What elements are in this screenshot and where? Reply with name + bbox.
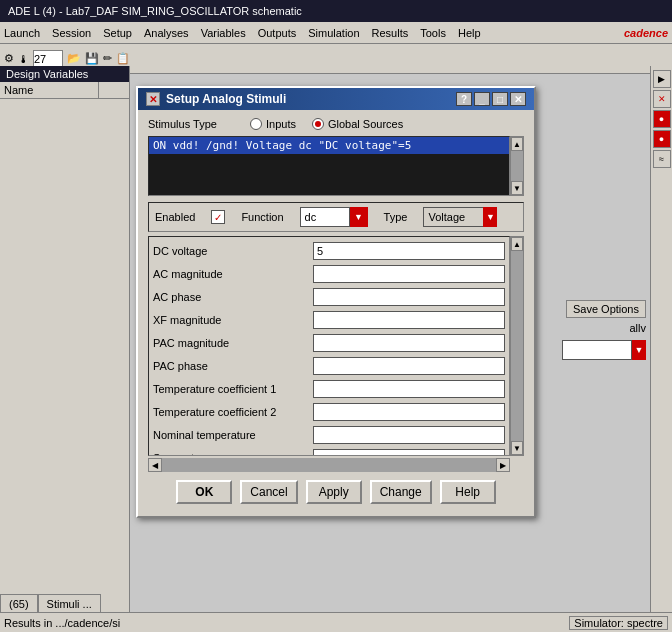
params-wrapper: DC voltage AC magnitude AC phase: [148, 236, 524, 456]
change-button[interactable]: Change: [370, 480, 432, 504]
param-row-ac-phase: AC phase: [153, 287, 505, 307]
app-title: ADE L (4) - Lab7_DAF SIM_RING_OSCILLATOR…: [8, 5, 302, 17]
param-row-temp-coeff-2: Temperature coefficient 2: [153, 402, 505, 422]
radio-inputs[interactable]: Inputs: [250, 118, 296, 130]
params-scroll-up[interactable]: ▲: [511, 237, 523, 251]
function-dropdown[interactable]: dc: [300, 207, 350, 227]
dialog-x-icon: ✕: [146, 92, 160, 106]
param-input-ac-phase[interactable]: [313, 288, 505, 306]
param-label-temp-coeff-2: Temperature coefficient 2: [153, 406, 313, 418]
params-scroll-down[interactable]: ▼: [511, 441, 523, 455]
menu-setup[interactable]: Setup: [103, 27, 132, 39]
param-input-source-type[interactable]: [313, 449, 505, 456]
toolbar-icon-6[interactable]: 📋: [116, 52, 130, 65]
params-scroll-track: [511, 251, 523, 441]
list-scroll-down[interactable]: ▼: [511, 181, 523, 195]
stimulus-type-row: Stimulus Type Inputs Global Sources: [148, 118, 524, 130]
title-bar: ADE L (4) - Lab7_DAF SIM_RING_OSCILLATOR…: [0, 0, 672, 22]
param-label-ac-magnitude: AC magnitude: [153, 268, 313, 280]
param-row-pac-magnitude: PAC magnitude: [153, 333, 505, 353]
type-dropdown[interactable]: Voltage: [423, 207, 483, 227]
list-vscrollbar: ▲ ▼: [510, 136, 524, 196]
menu-results[interactable]: Results: [372, 27, 409, 39]
param-row-nominal-temp: Nominal temperature: [153, 425, 505, 445]
radio-global-sources-circle[interactable]: [312, 118, 324, 130]
dialog-overlay: ✕ Setup Analog Stimuli ? _ □ ✕ Stimulus …: [0, 66, 672, 632]
function-label: Function: [241, 211, 283, 223]
zoom-input[interactable]: [33, 50, 63, 68]
dialog-min-btn[interactable]: _: [474, 92, 490, 106]
param-input-xf-magnitude[interactable]: [313, 311, 505, 329]
menu-simulation[interactable]: Simulation: [308, 27, 359, 39]
toolbar-icon-5[interactable]: ✏: [103, 52, 112, 65]
param-input-dc-voltage[interactable]: [313, 242, 505, 260]
param-input-ac-magnitude[interactable]: [313, 265, 505, 283]
type-value: Voltage: [428, 211, 465, 223]
menu-outputs[interactable]: Outputs: [258, 27, 297, 39]
menu-help[interactable]: Help: [458, 27, 481, 39]
param-input-pac-phase[interactable]: [313, 357, 505, 375]
function-dropdown-btn[interactable]: ▼: [350, 207, 368, 227]
h-scroll-track: [162, 458, 496, 472]
cancel-button[interactable]: Cancel: [240, 480, 297, 504]
h-scroll-left[interactable]: ◀: [148, 458, 162, 472]
app-background: ADE L (4) - Lab7_DAF SIM_RING_OSCILLATOR…: [0, 0, 672, 632]
menu-launch[interactable]: Launch: [4, 27, 40, 39]
cadence-logo: cadence: [624, 27, 668, 39]
dialog-body: Stimulus Type Inputs Global Sources: [138, 110, 534, 516]
param-label-temp-coeff-1: Temperature coefficient 1: [153, 383, 313, 395]
function-dropdown-arrow: ▼: [354, 212, 363, 222]
param-label-source-type: Source type: [153, 452, 313, 456]
list-scroll-up[interactable]: ▲: [511, 137, 523, 151]
param-label-pac-phase: PAC phase: [153, 360, 313, 372]
toolbar-icon-3[interactable]: 📂: [67, 52, 81, 65]
menu-variables[interactable]: Variables: [201, 27, 246, 39]
dialog-title-bar: ✕ Setup Analog Stimuli ? _ □ ✕: [138, 88, 534, 110]
function-value: dc: [305, 211, 317, 223]
radio-global-sources[interactable]: Global Sources: [312, 118, 403, 130]
help-button[interactable]: Help: [440, 480, 496, 504]
toolbar-icon-1[interactable]: ⚙: [4, 52, 14, 65]
apply-button[interactable]: Apply: [306, 480, 362, 504]
menu-tools[interactable]: Tools: [420, 27, 446, 39]
param-label-xf-magnitude: XF magnitude: [153, 314, 313, 326]
param-input-pac-magnitude[interactable]: [313, 334, 505, 352]
type-dropdown-arrow: ▼: [486, 212, 495, 222]
param-label-dc-voltage: DC voltage: [153, 245, 313, 257]
ok-button[interactable]: OK: [176, 480, 232, 504]
h-scroll-right[interactable]: ▶: [496, 458, 510, 472]
radio-inputs-circle[interactable]: [250, 118, 262, 130]
param-input-temp-coeff-2[interactable]: [313, 403, 505, 421]
type-dropdown-btn[interactable]: ▼: [483, 207, 497, 227]
param-row-pac-phase: PAC phase: [153, 356, 505, 376]
param-row-temp-coeff-1: Temperature coefficient 1: [153, 379, 505, 399]
type-dropdown-wrapper: Voltage ▼: [423, 207, 497, 227]
menu-analyses[interactable]: Analyses: [144, 27, 189, 39]
type-label: Type: [384, 211, 408, 223]
enabled-checkbox[interactable]: ✓: [211, 210, 225, 224]
toolbar-icon-4[interactable]: 💾: [85, 52, 99, 65]
menu-bar: Launch Session Setup Analyses Variables …: [0, 22, 672, 44]
enabled-label: Enabled: [155, 211, 195, 223]
toolbar-icon-2[interactable]: 🌡: [18, 53, 29, 65]
param-label-ac-phase: AC phase: [153, 291, 313, 303]
list-row-1[interactable]: ON vdd! /gnd! Voltage dc "DC voltage"=5: [149, 137, 509, 154]
dialog-close-btn[interactable]: ✕: [510, 92, 526, 106]
enabled-function-row: Enabled ✓ Function dc ▼: [155, 207, 517, 227]
dialog-title-text: Setup Analog Stimuli: [166, 92, 286, 106]
param-input-nominal-temp[interactable]: [313, 426, 505, 444]
param-label-pac-magnitude: PAC magnitude: [153, 337, 313, 349]
stimulus-type-label: Stimulus Type: [148, 118, 238, 130]
param-row-xf-magnitude: XF magnitude: [153, 310, 505, 330]
params-area: DC voltage AC magnitude AC phase: [148, 236, 510, 456]
param-input-temp-coeff-1[interactable]: [313, 380, 505, 398]
radio-inputs-label: Inputs: [266, 118, 296, 130]
menu-session[interactable]: Session: [52, 27, 91, 39]
params-vscrollbar: ▲ ▼: [510, 236, 524, 456]
param-row-dc-voltage: DC voltage: [153, 241, 505, 261]
dialog-max-btn[interactable]: □: [492, 92, 508, 106]
stimulus-list[interactable]: ON vdd! /gnd! Voltage dc "DC voltage"=5: [148, 136, 510, 196]
dialog-help-btn[interactable]: ?: [456, 92, 472, 106]
dialog-buttons: OK Cancel Apply Change Help: [148, 474, 524, 508]
list-scroll-track: [511, 151, 523, 181]
